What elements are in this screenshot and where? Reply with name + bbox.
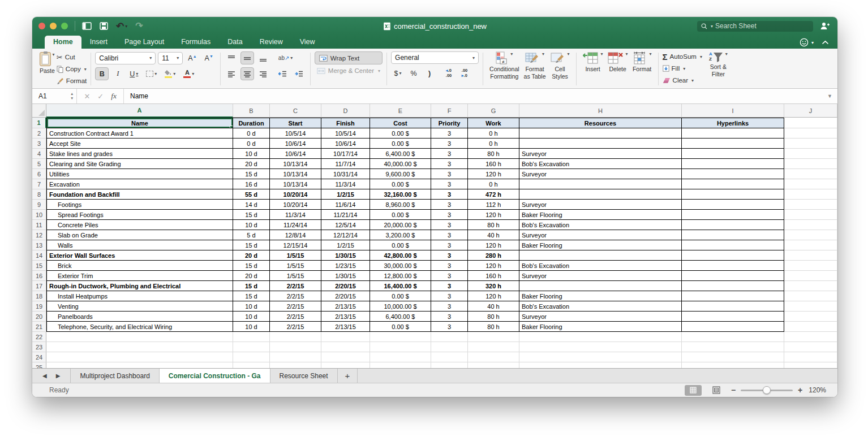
row-header-21[interactable]: 21 [32,322,46,332]
cell-H5[interactable]: Bob's Excavation [519,159,682,169]
cell-D16[interactable]: 1/30/15 [321,271,370,281]
row-header-1[interactable]: 1 [32,118,46,128]
align-center-button[interactable] [240,67,254,80]
cell-F4[interactable]: 3 [431,149,468,159]
cell-H23[interactable] [519,342,682,352]
cell-H15[interactable]: Bob's Excavation [519,261,682,271]
cell-G21[interactable]: 80 h [468,322,519,332]
cell-J9[interactable] [784,200,837,210]
cell-J20[interactable] [784,312,837,322]
align-left-button[interactable] [225,67,238,80]
cell-G20[interactable]: 80 h [468,312,519,322]
cell-D3[interactable]: 10/6/14 [321,139,370,149]
ribbon-tab-home[interactable]: Home [45,36,81,49]
cell-A11[interactable]: Concrete Piles [46,220,233,230]
cell-H17[interactable] [519,281,682,291]
row-header-12[interactable]: 12 [32,230,46,240]
cell-I13[interactable] [682,240,784,250]
format-as-table-button[interactable]: ▾ Formatas Table [522,51,548,87]
cell-J2[interactable] [784,128,837,139]
cell-H24[interactable] [519,352,682,362]
grow-font-button[interactable]: A▲ [185,51,199,64]
wrap-text-button[interactable]: Wrap Text [315,51,383,64]
number-format-select[interactable]: General ▾ [391,51,479,64]
cell-A7[interactable]: Excavation [46,179,233,189]
formula-input[interactable]: Name [124,92,148,100]
cell-D24[interactable] [321,352,370,362]
cell-J19[interactable] [784,301,837,312]
cell-I10[interactable] [682,210,784,220]
cell-J1[interactable] [784,118,837,128]
clear-button[interactable]: Clear ▾ [663,75,702,85]
copy-button[interactable]: Copy ▾ [57,64,87,74]
ribbon-tab-page-layout[interactable]: Page Layout [116,36,173,49]
cell-H25[interactable] [519,362,682,368]
orientation-button[interactable]: ab↗ ▾ [276,51,296,64]
cell-F16[interactable]: 3 [431,271,468,281]
increase-decimal-button[interactable]: ◂.0.00 [442,67,456,80]
name-box[interactable]: A1 [32,92,67,100]
cell-H14[interactable] [519,250,682,261]
font-color-button[interactable]: A ▾ [181,67,197,80]
row-header-2[interactable]: 2 [32,128,46,139]
cell-E7[interactable]: 0.00 $ [370,179,431,189]
cell-A21[interactable]: Telephone, Security, and Electrical Wiri… [46,322,233,332]
cell-I19[interactable] [682,301,784,312]
cell-I2[interactable] [682,128,784,139]
cell-D8[interactable]: 1/2/15 [321,189,370,200]
cell-F6[interactable]: 3 [431,169,468,179]
bold-button[interactable]: B [95,67,109,80]
cell-E22[interactable] [370,332,431,342]
sheet-tab-resource-sheet[interactable]: Resource Sheet [270,369,338,383]
cell-A23[interactable] [46,342,233,352]
zoom-in-button[interactable]: + [798,386,802,394]
cell-G25[interactable] [468,362,519,368]
collapse-ribbon-button[interactable] [822,40,829,45]
cell-E21[interactable]: 0.00 $ [370,322,431,332]
cell-B2[interactable]: 0 d [233,128,270,139]
cell-C20[interactable]: 2/2/15 [270,312,321,322]
row-header-16[interactable]: 16 [32,271,46,281]
cell-C12[interactable]: 12/8/14 [270,230,321,240]
sort-filter-button[interactable]: AZ ▾ Sort &Filter [707,51,730,87]
cell-G12[interactable]: 40 h [468,230,519,240]
cell-J16[interactable] [784,271,837,281]
cell-G24[interactable] [468,352,519,362]
cell-B1[interactable]: Duration [233,118,270,128]
row-header-17[interactable]: 17 [32,281,46,291]
column-header-H[interactable]: H [519,104,682,118]
cell-D5[interactable]: 11/7/14 [321,159,370,169]
cell-G10[interactable]: 120 h [468,210,519,220]
cell-E12[interactable]: 3,200.00 $ [370,230,431,240]
cell-D15[interactable]: 1/23/15 [321,261,370,271]
column-header-F[interactable]: F [431,104,468,118]
cell-E16[interactable]: 12,800.00 $ [370,271,431,281]
cell-C10[interactable]: 11/3/14 [270,210,321,220]
cell-A24[interactable] [46,352,233,362]
cell-B7[interactable]: 16 d [233,179,270,189]
cell-A10[interactable]: Spread Footings [46,210,233,220]
cell-E17[interactable]: 16,400.00 $ [370,281,431,291]
insert-cells-button[interactable]: ▾ Insert [581,51,605,87]
cell-J11[interactable] [784,220,837,230]
cell-B9[interactable]: 14 d [233,200,270,210]
cell-B12[interactable]: 5 d [233,230,270,240]
cell-E5[interactable]: 40,000.00 $ [370,159,431,169]
row-header-8[interactable]: 8 [32,189,46,200]
share-button[interactable] [820,22,830,30]
cell-B4[interactable]: 10 d [233,149,270,159]
cell-C22[interactable] [270,332,321,342]
cell-H22[interactable] [519,332,682,342]
cell-H16[interactable]: Surveyor [519,271,682,281]
cell-H6[interactable]: Surveyor [519,169,682,179]
cell-F9[interactable]: 3 [431,200,468,210]
column-header-J[interactable]: J [784,104,837,118]
underline-button[interactable]: U▾ [127,67,141,80]
cell-F5[interactable]: 3 [431,159,468,169]
cell-H2[interactable] [519,128,682,139]
cell-G11[interactable]: 80 h [468,220,519,230]
zoom-slider-thumb[interactable] [763,386,771,394]
cell-C9[interactable]: 10/20/14 [270,200,321,210]
column-header-G[interactable]: G [468,104,519,118]
row-header-24[interactable]: 24 [32,352,46,362]
